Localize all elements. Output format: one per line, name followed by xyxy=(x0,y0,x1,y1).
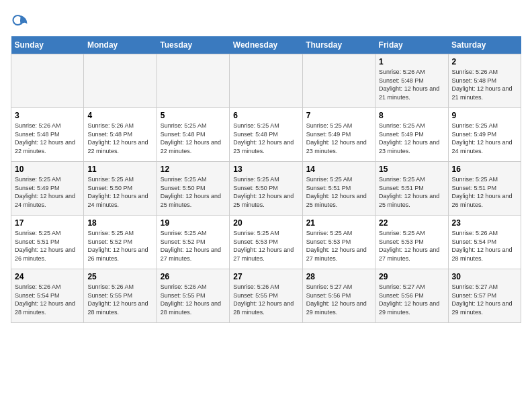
header-cell-friday: Friday xyxy=(375,36,448,54)
day-number: 6 xyxy=(233,111,298,120)
day-info: Sunrise: 5:25 AM Sunset: 5:53 PM Dayligh… xyxy=(379,229,444,263)
day-cell: 19Sunrise: 5:25 AM Sunset: 5:52 PM Dayli… xyxy=(157,216,229,269)
calendar-header: SundayMondayTuesdayWednesdayThursdayFrid… xyxy=(11,36,521,54)
day-number: 5 xyxy=(161,111,226,120)
day-cell: 21Sunrise: 5:25 AM Sunset: 5:53 PM Dayli… xyxy=(302,216,375,269)
day-info: Sunrise: 5:25 AM Sunset: 5:50 PM Dayligh… xyxy=(161,175,226,209)
day-cell: 14Sunrise: 5:25 AM Sunset: 5:51 PM Dayli… xyxy=(302,162,375,216)
day-info: Sunrise: 5:26 AM Sunset: 5:55 PM Dayligh… xyxy=(233,283,298,316)
day-info: Sunrise: 5:26 AM Sunset: 5:48 PM Dayligh… xyxy=(15,122,80,155)
day-number: 8 xyxy=(379,111,444,120)
day-number: 4 xyxy=(87,111,152,120)
day-cell xyxy=(84,54,157,108)
day-number: 30 xyxy=(452,272,517,281)
week-row-3: 10Sunrise: 5:25 AM Sunset: 5:49 PM Dayli… xyxy=(11,162,521,216)
header-cell-wednesday: Wednesday xyxy=(230,36,302,54)
header-cell-tuesday: Tuesday xyxy=(157,36,229,54)
day-cell: 2Sunrise: 5:26 AM Sunset: 5:48 PM Daylig… xyxy=(448,54,521,108)
day-number: 9 xyxy=(452,111,517,120)
week-row-4: 17Sunrise: 5:25 AM Sunset: 5:51 PM Dayli… xyxy=(11,216,521,269)
day-cell: 5Sunrise: 5:25 AM Sunset: 5:48 PM Daylig… xyxy=(157,108,229,162)
week-row-5: 24Sunrise: 5:26 AM Sunset: 5:54 PM Dayli… xyxy=(11,269,521,323)
day-number: 14 xyxy=(306,165,371,174)
day-cell xyxy=(230,54,302,108)
day-info: Sunrise: 5:26 AM Sunset: 5:55 PM Dayligh… xyxy=(87,283,152,316)
day-info: Sunrise: 5:27 AM Sunset: 5:57 PM Dayligh… xyxy=(452,283,517,316)
day-cell xyxy=(11,54,84,108)
day-number: 28 xyxy=(306,272,371,281)
day-info: Sunrise: 5:25 AM Sunset: 5:51 PM Dayligh… xyxy=(306,175,371,209)
day-number: 16 xyxy=(452,165,517,174)
day-number: 1 xyxy=(379,57,444,66)
day-info: Sunrise: 5:25 AM Sunset: 5:48 PM Dayligh… xyxy=(233,122,298,155)
day-cell: 18Sunrise: 5:25 AM Sunset: 5:52 PM Dayli… xyxy=(84,216,157,269)
day-cell: 8Sunrise: 5:25 AM Sunset: 5:49 PM Daylig… xyxy=(375,108,448,162)
day-cell: 28Sunrise: 5:27 AM Sunset: 5:56 PM Dayli… xyxy=(302,269,375,323)
calendar-body: 1Sunrise: 5:26 AM Sunset: 5:48 PM Daylig… xyxy=(11,54,521,323)
day-number: 26 xyxy=(161,272,226,281)
day-info: Sunrise: 5:25 AM Sunset: 5:48 PM Dayligh… xyxy=(161,122,226,155)
day-info: Sunrise: 5:25 AM Sunset: 5:51 PM Dayligh… xyxy=(15,229,80,263)
header-cell-saturday: Saturday xyxy=(448,36,521,54)
day-cell: 17Sunrise: 5:25 AM Sunset: 5:51 PM Dayli… xyxy=(11,216,84,269)
day-cell: 22Sunrise: 5:25 AM Sunset: 5:53 PM Dayli… xyxy=(375,216,448,269)
day-number: 11 xyxy=(87,165,152,174)
day-info: Sunrise: 5:26 AM Sunset: 5:54 PM Dayligh… xyxy=(452,229,517,263)
day-info: Sunrise: 5:25 AM Sunset: 5:50 PM Dayligh… xyxy=(87,175,152,209)
day-cell: 24Sunrise: 5:26 AM Sunset: 5:54 PM Dayli… xyxy=(11,269,84,323)
day-number: 7 xyxy=(306,111,371,120)
day-info: Sunrise: 5:25 AM Sunset: 5:53 PM Dayligh… xyxy=(233,229,298,263)
day-info: Sunrise: 5:26 AM Sunset: 5:54 PM Dayligh… xyxy=(15,283,80,316)
header-cell-sunday: Sunday xyxy=(11,36,84,54)
day-number: 2 xyxy=(452,57,517,66)
day-cell xyxy=(302,54,375,108)
day-number: 23 xyxy=(452,218,517,228)
day-cell: 1Sunrise: 5:26 AM Sunset: 5:48 PM Daylig… xyxy=(375,54,448,108)
day-cell: 15Sunrise: 5:25 AM Sunset: 5:51 PM Dayli… xyxy=(375,162,448,216)
day-info: Sunrise: 5:25 AM Sunset: 5:50 PM Dayligh… xyxy=(233,175,298,209)
day-cell: 10Sunrise: 5:25 AM Sunset: 5:49 PM Dayli… xyxy=(11,162,84,216)
logo-icon xyxy=(11,11,30,30)
week-row-1: 1Sunrise: 5:26 AM Sunset: 5:48 PM Daylig… xyxy=(11,54,521,108)
day-number: 10 xyxy=(15,165,80,174)
week-row-2: 3Sunrise: 5:26 AM Sunset: 5:48 PM Daylig… xyxy=(11,108,521,162)
day-number: 24 xyxy=(15,272,80,281)
day-cell: 13Sunrise: 5:25 AM Sunset: 5:50 PM Dayli… xyxy=(230,162,302,216)
day-number: 20 xyxy=(233,218,298,228)
day-number: 3 xyxy=(15,111,80,120)
day-info: Sunrise: 5:26 AM Sunset: 5:48 PM Dayligh… xyxy=(87,122,152,155)
header-row: SundayMondayTuesdayWednesdayThursdayFrid… xyxy=(11,36,521,54)
day-info: Sunrise: 5:27 AM Sunset: 5:56 PM Dayligh… xyxy=(306,283,371,316)
day-info: Sunrise: 5:26 AM Sunset: 5:55 PM Dayligh… xyxy=(161,283,226,316)
day-info: Sunrise: 5:25 AM Sunset: 5:49 PM Dayligh… xyxy=(15,175,80,209)
header xyxy=(11,11,521,30)
day-cell: 25Sunrise: 5:26 AM Sunset: 5:55 PM Dayli… xyxy=(84,269,157,323)
day-number: 27 xyxy=(233,272,298,281)
day-info: Sunrise: 5:25 AM Sunset: 5:49 PM Dayligh… xyxy=(452,122,517,155)
day-cell: 3Sunrise: 5:26 AM Sunset: 5:48 PM Daylig… xyxy=(11,108,84,162)
day-cell: 7Sunrise: 5:25 AM Sunset: 5:49 PM Daylig… xyxy=(302,108,375,162)
day-number: 15 xyxy=(379,165,444,174)
day-number: 13 xyxy=(233,165,298,174)
header-cell-monday: Monday xyxy=(84,36,157,54)
day-number: 25 xyxy=(87,272,152,281)
day-number: 29 xyxy=(379,272,444,281)
day-cell xyxy=(157,54,229,108)
day-info: Sunrise: 5:25 AM Sunset: 5:53 PM Dayligh… xyxy=(306,229,371,263)
day-cell: 16Sunrise: 5:25 AM Sunset: 5:51 PM Dayli… xyxy=(448,162,521,216)
day-cell: 26Sunrise: 5:26 AM Sunset: 5:55 PM Dayli… xyxy=(157,269,229,323)
day-info: Sunrise: 5:25 AM Sunset: 5:49 PM Dayligh… xyxy=(306,122,371,155)
calendar-table: SundayMondayTuesdayWednesdayThursdayFrid… xyxy=(11,36,521,323)
day-cell: 11Sunrise: 5:25 AM Sunset: 5:50 PM Dayli… xyxy=(84,162,157,216)
day-info: Sunrise: 5:25 AM Sunset: 5:52 PM Dayligh… xyxy=(161,229,226,263)
day-number: 19 xyxy=(161,218,226,228)
day-info: Sunrise: 5:27 AM Sunset: 5:56 PM Dayligh… xyxy=(379,283,444,316)
day-info: Sunrise: 5:26 AM Sunset: 5:48 PM Dayligh… xyxy=(452,68,517,101)
day-info: Sunrise: 5:25 AM Sunset: 5:51 PM Dayligh… xyxy=(379,175,444,209)
day-number: 17 xyxy=(15,218,80,228)
day-cell: 27Sunrise: 5:26 AM Sunset: 5:55 PM Dayli… xyxy=(230,269,302,323)
day-cell: 9Sunrise: 5:25 AM Sunset: 5:49 PM Daylig… xyxy=(448,108,521,162)
day-cell: 6Sunrise: 5:25 AM Sunset: 5:48 PM Daylig… xyxy=(230,108,302,162)
day-number: 18 xyxy=(87,218,152,228)
day-info: Sunrise: 5:26 AM Sunset: 5:48 PM Dayligh… xyxy=(379,68,444,101)
